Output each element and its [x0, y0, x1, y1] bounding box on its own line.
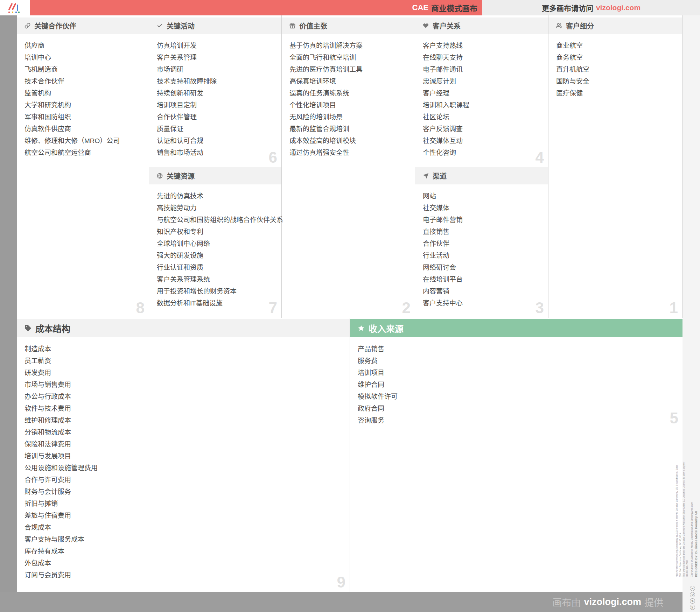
- list-item: 监管机构: [24, 86, 149, 98]
- list-item: 飞机制造商: [24, 63, 149, 75]
- list-item: 高保真培训环境: [289, 75, 415, 86]
- list-item: 培训与发展项目: [24, 449, 350, 461]
- list-item: 全球培训中心网络: [157, 237, 281, 249]
- channels-header: 渠道: [415, 167, 548, 184]
- section-title: 关键合作伙伴: [34, 21, 76, 31]
- users-icon: [556, 23, 562, 29]
- list-item: 订阅与会员费用: [24, 568, 350, 580]
- section-key-partners: 关键合作伙伴 供应商培训中心飞机制造商技术合作伙伴监管机构大学和研究机构军事和国…: [17, 15, 149, 318]
- section-title: 客户关系: [433, 21, 461, 31]
- section-revenue-streams: 收入来源 产品销售服务费培训项目维护合同模拟软件许可政府合同咨询服务 5: [350, 318, 682, 592]
- section-customer-segments: 客户细分 商业航空商务航空直升机航空国防与安全医疗保健 1: [548, 15, 682, 318]
- list-item: 研发费用: [24, 366, 350, 378]
- list-item: 维护和修理成本: [24, 414, 350, 425]
- section-title: 价值主张: [299, 21, 327, 31]
- list-item: 网站: [423, 189, 548, 201]
- list-item: 公用设施和设施管理费用: [24, 461, 350, 473]
- list-item: 全面的飞行和航空培训: [289, 51, 415, 63]
- list-item: 电子邮件通讯: [423, 63, 548, 75]
- creative-commons-icons: i ↻ ⇄ cc: [690, 586, 695, 610]
- section-number: 4: [536, 150, 544, 165]
- footer-brand-link[interactable]: vizologi.com: [584, 597, 641, 607]
- section-number: 5: [670, 410, 678, 426]
- list-item: 仿真软件供应商: [24, 122, 149, 134]
- list-item: 在线聊天支持: [423, 51, 548, 63]
- vizologi-link[interactable]: vizologi.com: [596, 3, 640, 12]
- list-item: 制造成本: [24, 342, 350, 354]
- list-item: 持续创新和研发: [157, 86, 281, 98]
- list-item: 与航空公司和国防组织的战略合作伙伴关系: [157, 213, 281, 225]
- section-title: 关键资源: [167, 171, 195, 181]
- list-item: 直升机航空: [556, 63, 682, 75]
- key-resources-list: 先进的仿真技术高技能劳动力与航空公司和国防组织的战略合作伙伴关系知识产权和专利全…: [149, 184, 281, 308]
- section-key-resources: 关键资源 先进的仿真技术高技能劳动力与航空公司和国防组织的战略合作伙伴关系知识产…: [149, 167, 281, 318]
- cost-structure-header: 成本结构: [17, 319, 350, 337]
- link-icon: [24, 23, 30, 29]
- top-bar: CAE 商业模式画布 更多画布请访问 vizologi.com: [0, 0, 700, 15]
- list-item: 分销和物流成本: [24, 425, 350, 437]
- more-canvases-text: 更多画布请访问: [542, 2, 593, 13]
- list-item: 培训中心: [24, 51, 149, 63]
- list-item: 库存持有成本: [24, 544, 350, 556]
- list-item: 数据分析和IT基础设施: [157, 296, 281, 308]
- list-item: 折旧与摊销: [24, 497, 350, 509]
- list-item: 维修、修理和大修（MRO）公司: [24, 134, 149, 146]
- list-item: 客户支持中心: [423, 296, 548, 308]
- list-item: 个性化咨询: [423, 146, 548, 158]
- list-item: 成本效益高的培训模块: [289, 134, 415, 146]
- list-item: 社区论坛: [423, 110, 548, 122]
- list-item: 商业航空: [556, 39, 682, 51]
- list-item: 办公与行政成本: [24, 390, 350, 402]
- list-item: 知识产权和专利: [157, 225, 281, 237]
- list-item: 软件与技术费用: [24, 402, 350, 414]
- list-item: 航空公司和航空运营商: [24, 146, 149, 158]
- footer-prefix: 画布由: [552, 595, 581, 609]
- vizologi-logo[interactable]: [0, 0, 30, 15]
- list-item: 网络研讨会: [423, 261, 548, 273]
- list-item: 客户支持与服务成本: [24, 533, 350, 544]
- key-partners-header: 关键合作伙伴: [17, 17, 149, 34]
- list-item: 维护合同: [358, 378, 682, 390]
- value-propositions-list: 基于仿真的培训解决方案全面的飞行和航空培训先进的医疗仿真培训工具高保真培训环境逼…: [282, 34, 415, 158]
- list-item: 商务航空: [556, 51, 682, 63]
- list-item: 认证和认可合规: [157, 134, 281, 146]
- list-item: 客户支持热线: [423, 39, 548, 51]
- list-item: 保险和法律费用: [24, 437, 350, 449]
- list-item: 模拟软件许可: [358, 390, 682, 402]
- list-item: 培训和入职课程: [423, 98, 548, 110]
- list-item: 最新的监管合规培训: [289, 122, 415, 134]
- section-key-activities: 关键活动 仿真培训开发客户关系管理市场调研技术支持和故障排除持续创新和研发培训项…: [149, 15, 281, 167]
- key-resources-header: 关键资源: [149, 167, 281, 184]
- tag-icon: [24, 325, 31, 332]
- list-item: 培训项目: [358, 366, 682, 378]
- section-title: 关键活动: [167, 21, 195, 31]
- cc-share-icon: ⇄: [690, 598, 695, 604]
- list-item: 合作与许可费用: [24, 473, 350, 485]
- canvas-bottom-row: 成本结构 制造成本员工薪资研发费用市场与销售费用办公与行政成本软件与技术费用维护…: [17, 318, 682, 592]
- license-line-2: http://creativecommons.org/licenses/by-s…: [675, 462, 682, 577]
- list-item: 社交媒体互动: [423, 134, 548, 146]
- list-item: 用于投资和增长的财务资本: [157, 284, 281, 296]
- key-partners-list: 供应商培训中心飞机制造商技术合作伙伴监管机构大学和研究机构军事和国防组织仿真软件…: [17, 34, 149, 158]
- column-relationships-channels: 客户关系 客户支持热线在线聊天支持电子邮件通讯忠诚度计划客户经理培训和入职课程社…: [415, 15, 548, 318]
- globe-icon: [157, 173, 163, 179]
- customer-segments-list: 商业航空商务航空直升机航空国防与安全医疗保健: [548, 34, 682, 98]
- list-item: 个性化培训项目: [289, 98, 415, 110]
- license-text: http://creativecommons.org/licenses/by-s…: [675, 462, 689, 577]
- footer-bar: 画布由 vizologi.com 提供: [0, 592, 682, 612]
- paper-plane-icon: [423, 173, 429, 179]
- list-item: 咨询服务: [358, 414, 682, 425]
- section-number: 1: [670, 300, 678, 316]
- list-item: 高技能劳动力: [157, 201, 281, 213]
- cc-by-person-icon: i: [690, 586, 695, 591]
- designed-by-subtitle: The makers of Business Model Generation …: [690, 462, 694, 577]
- list-item: 合作伙伴: [423, 237, 548, 249]
- list-item: 质量保证: [157, 122, 281, 134]
- section-number: 9: [337, 575, 345, 590]
- list-item: 合规成本: [24, 521, 350, 533]
- list-item: 政府合同: [358, 402, 682, 414]
- list-item: 客户关系管理系统: [157, 273, 281, 284]
- list-item: 无风险的培训场景: [289, 110, 415, 122]
- customer-relationships-list: 客户支持热线在线聊天支持电子邮件通讯忠诚度计划客户经理培训和入职课程社区论坛客户…: [415, 34, 548, 158]
- section-title: 客户细分: [566, 21, 594, 31]
